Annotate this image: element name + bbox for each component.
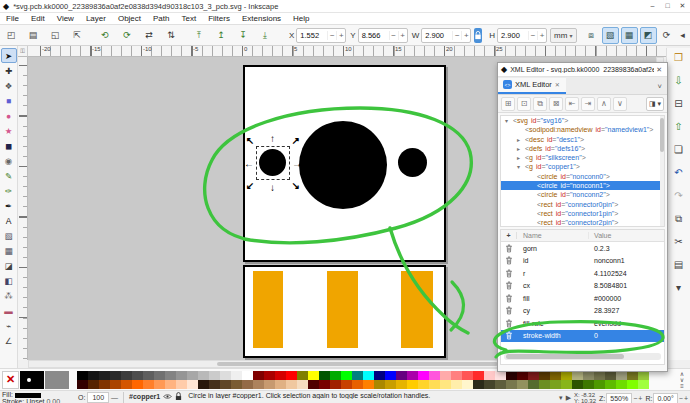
x-field[interactable]: 1.552 − +	[296, 28, 346, 43]
zoom-plus[interactable]: +	[638, 395, 642, 402]
tree-scrollbar[interactable]	[660, 116, 664, 226]
palette-swatch[interactable]	[154, 380, 165, 389]
z-order-icon[interactable]: ↧	[235, 27, 251, 43]
node-type-dropdown[interactable]: ◨ ▾	[646, 97, 664, 111]
xml-tool-icon[interactable]: ⊞	[501, 97, 515, 111]
palette-swatch[interactable]	[396, 371, 407, 380]
menu-item[interactable]: Filters	[202, 14, 236, 23]
palette-swatch[interactable]	[143, 371, 154, 380]
lock-ratio-button[interactable]	[474, 28, 482, 43]
delete-attribute-icon[interactable]	[501, 281, 517, 290]
palette-swatch[interactable]	[209, 371, 220, 380]
attribute-row[interactable]: stroke-width 0	[501, 330, 664, 343]
palette-swatch[interactable]	[473, 380, 484, 389]
tool-button[interactable]: ◪	[1, 258, 17, 273]
opacity-control[interactable]: O: 100 —	[78, 392, 118, 403]
tool-button[interactable]: ∠	[1, 333, 17, 348]
affect-toggle[interactable]: ◩	[640, 27, 657, 44]
command-icon[interactable]: ↶	[670, 164, 688, 181]
rotation-minus[interactable]: −	[679, 395, 683, 402]
panel-horizontal-scrollbar[interactable]	[504, 353, 661, 360]
palette-scroll-icon[interactable]: ≡	[676, 383, 688, 389]
xml-tree-node[interactable]: ▸<descid="desc1">	[501, 135, 664, 144]
y-field[interactable]: 8.566 − +	[358, 28, 408, 43]
palette-swatch[interactable]	[121, 380, 132, 389]
fill-swatch[interactable]	[15, 393, 41, 398]
palette-swatch[interactable]	[407, 371, 418, 380]
tool-button[interactable]: ●	[1, 108, 17, 123]
close-icon[interactable]: ✕	[654, 66, 664, 74]
scale-handle-arrow[interactable]: ↙	[246, 181, 254, 190]
xml-tool-icon[interactable]: ⇥	[581, 97, 595, 111]
palette-swatch[interactable]	[77, 380, 88, 389]
palette-swatch[interactable]	[286, 371, 297, 380]
palette-swatch[interactable]	[495, 380, 506, 389]
x-plus[interactable]: +	[336, 31, 345, 40]
xml-editor-titlebar[interactable]: ◆ XML Editor - svg.pcb.kk0000_22389836a0…	[498, 63, 667, 77]
add-attribute-button[interactable]: +	[501, 232, 517, 239]
palette-swatch[interactable]	[341, 371, 352, 380]
tool-button[interactable]: ◉	[1, 153, 17, 168]
tab-close-icon[interactable]: ✕	[555, 81, 560, 88]
command-icon[interactable]: ▤	[670, 256, 688, 273]
command-icon[interactable]: ✂	[670, 233, 688, 250]
tab-xml-editor[interactable]: <> XML Editor ✕	[498, 78, 566, 94]
transform-icon[interactable]: ⟲	[97, 27, 113, 43]
z-order-icon[interactable]: ⤒	[191, 27, 207, 43]
tool-button[interactable]: ✎	[1, 168, 17, 183]
toolbar-overflow-icon[interactable]: ⟳	[659, 30, 675, 40]
ruler-corner[interactable]: ⚿	[18, 46, 28, 57]
palette-swatch[interactable]	[264, 371, 275, 380]
command-icon[interactable]: ❐	[670, 49, 688, 66]
attribute-row[interactable]: cy 28.3927	[501, 305, 664, 318]
command-icon[interactable]: ↷	[670, 187, 688, 204]
palette-swatch[interactable]	[440, 380, 451, 389]
palette-swatch[interactable]	[473, 371, 484, 380]
palette-swatch[interactable]	[528, 380, 539, 389]
palette-swatch[interactable]	[88, 380, 99, 389]
y-minus[interactable]: −	[389, 31, 398, 40]
palette-swatch[interactable]	[275, 380, 286, 389]
xml-tool-icon[interactable]: ∧	[597, 97, 611, 111]
attribute-value[interactable]: 0.2.3	[589, 245, 610, 252]
scale-handle-arrow[interactable]: →	[292, 159, 302, 168]
menu-item[interactable]: Help	[287, 14, 315, 23]
palette-swatch[interactable]	[99, 371, 110, 380]
width-plus[interactable]: +	[461, 31, 470, 40]
z-order-icon[interactable]: ⤓	[257, 27, 273, 43]
palette-swatch[interactable]	[561, 380, 572, 389]
tree-caret-icon[interactable]: ▾	[505, 117, 513, 126]
command-icon[interactable]: ▾	[670, 279, 688, 296]
palette-swatch[interactable]	[363, 371, 374, 380]
tool-button[interactable]: A	[1, 213, 17, 228]
command-icon[interactable]: ⇩	[670, 72, 688, 89]
xml-tool-icon[interactable]: ⊡	[517, 97, 531, 111]
scale-handle-arrow[interactable]: ↓	[270, 183, 275, 192]
palette-swatch[interactable]	[627, 380, 638, 389]
palette-swatch[interactable]	[165, 380, 176, 389]
chevron-down-icon[interactable]: ˅	[653, 82, 667, 94]
opacity-value[interactable]: 100	[87, 392, 109, 403]
attribute-value[interactable]: 4.1102524	[589, 270, 627, 277]
tool-button[interactable]: ▧	[1, 228, 17, 243]
rotation-control[interactable]: R: 0.00° − +	[645, 393, 688, 403]
palette-swatch[interactable]	[319, 371, 330, 380]
palette-swatch[interactable]	[407, 380, 418, 389]
palette-swatch[interactable]	[176, 380, 187, 389]
attribute-value[interactable]: 8.5084801	[589, 282, 627, 289]
layer-visibility-eye-icon[interactable]	[163, 393, 172, 400]
selection-tool-icon[interactable]: ▤	[25, 27, 41, 43]
tool-button[interactable]: ■	[1, 93, 17, 108]
zoom-value[interactable]: 550%	[606, 393, 632, 403]
scale-handle-arrow[interactable]: ←	[244, 159, 254, 168]
palette-swatch[interactable]	[132, 371, 143, 380]
transform-icon[interactable]: ⇄	[141, 27, 157, 43]
xml-tree-node[interactable]: <circleid="nonconn2">	[501, 190, 664, 199]
palette-swatch[interactable]	[110, 371, 121, 380]
palette-swatch[interactable]	[539, 380, 550, 389]
attribute-row[interactable]: gorn 0.2.3	[501, 242, 664, 255]
palette-swatch[interactable]	[572, 380, 583, 389]
palette-swatch[interactable]	[462, 380, 473, 389]
scale-handle-arrow[interactable]: ↖	[246, 136, 254, 145]
xml-tool-icon[interactable]: ⊠	[549, 97, 563, 111]
